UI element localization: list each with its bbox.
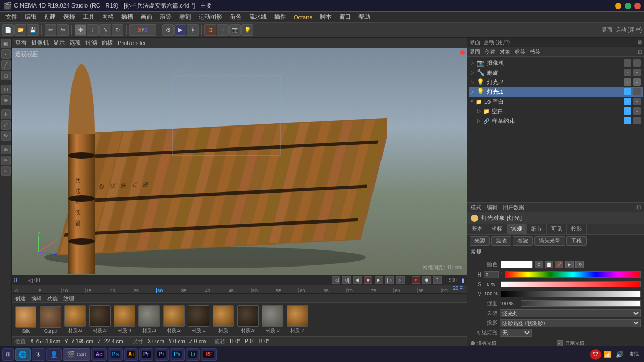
- menu-script[interactable]: 脚本: [317, 12, 335, 21]
- tree-vis-light2[interactable]: ·: [624, 78, 631, 86]
- material-item-base[interactable]: 材质: [211, 305, 235, 334]
- material-item-4[interactable]: 材质.4: [113, 305, 136, 334]
- render-settings[interactable]: ⚙: [162, 24, 174, 36]
- subtab-project[interactable]: 工程: [566, 236, 587, 246]
- menu-animate[interactable]: 画面: [137, 12, 156, 21]
- color-reset[interactable]: ⟲: [575, 261, 584, 268]
- tree-vis-lo-blank[interactable]: ·: [624, 98, 631, 105]
- axis-icon[interactable]: ⊕: [1, 95, 11, 105]
- vp-camera[interactable]: 摄像机: [31, 39, 49, 47]
- vp-filter[interactable]: 过滤: [85, 39, 97, 47]
- props-tab-coord[interactable]: 坐标: [487, 224, 507, 234]
- h-value-input[interactable]: [484, 271, 499, 278]
- selection-button[interactable]: ✚: [75, 24, 86, 36]
- save-button[interactable]: 💾: [27, 24, 39, 36]
- color-copy[interactable]: 📋: [545, 261, 553, 268]
- tree-item-blank[interactable]: ▷ 📁 空白 · ·: [469, 106, 643, 116]
- material-item-6[interactable]: 材质.6: [63, 305, 87, 334]
- menu-file[interactable]: 文件: [2, 12, 20, 21]
- cinema4d-taskbar[interactable]: 🎬 C4D: [63, 348, 90, 361]
- props-tab-userdata[interactable]: 用户数据: [503, 204, 524, 211]
- light-tool[interactable]: 💡: [241, 24, 253, 36]
- magnet-icon[interactable]: ⊛: [1, 145, 11, 154]
- color-swatch[interactable]: [501, 261, 533, 268]
- play-button[interactable]: ▶: [375, 276, 383, 284]
- camera-tool[interactable]: 📷: [229, 24, 241, 36]
- next-frame-button[interactable]: |▷: [385, 276, 394, 284]
- paint-icon[interactable]: ✏: [1, 156, 11, 165]
- rotate-button[interactable]: ↻: [112, 24, 123, 36]
- props-tab-general[interactable]: 常规: [507, 224, 527, 234]
- material-item-9[interactable]: 材质.9: [236, 305, 260, 334]
- h-slider[interactable]: [505, 271, 641, 278]
- snap-icon[interactable]: ⊡: [1, 85, 11, 94]
- tree-item-spline-constraint[interactable]: ▷ 🔗 样条约束 · ·: [469, 116, 643, 125]
- go-start-button[interactable]: |◁: [332, 276, 340, 284]
- props-tab-basic[interactable]: 基本: [467, 224, 487, 234]
- material-item-5[interactable]: 材质.5: [88, 305, 112, 334]
- sphere-primitive[interactable]: ○: [217, 24, 229, 36]
- lr-button[interactable]: Lr: [186, 348, 200, 361]
- tree-lock-spline[interactable]: ·: [633, 117, 641, 124]
- ps2-button[interactable]: Ps: [170, 348, 185, 361]
- color-paste[interactable]: 📌: [555, 261, 564, 268]
- menu-slots[interactable]: 插槽: [118, 12, 136, 21]
- props-tab-shadow[interactable]: 投影: [567, 224, 587, 234]
- point-mode-icon[interactable]: ·: [1, 49, 11, 59]
- vp-panel[interactable]: 面板: [101, 39, 113, 47]
- tree-lock-blank[interactable]: ·: [633, 107, 641, 115]
- material-item-8[interactable]: 材质.8: [261, 305, 284, 334]
- pr-button-1[interactable]: Pr: [139, 348, 153, 361]
- start-button[interactable]: ⊞: [2, 348, 14, 361]
- maximize-button[interactable]: [625, 3, 631, 9]
- sun-button[interactable]: ☀: [32, 348, 45, 361]
- cube-primitive[interactable]: □: [204, 24, 216, 36]
- sb-menu-interface[interactable]: 界面: [470, 48, 480, 56]
- minimize-button[interactable]: [615, 3, 621, 9]
- timeline-ruler[interactable]: 0 5 10 15 20 25 30 35 40 45 50 55 60 65: [12, 285, 467, 294]
- show-light-cb[interactable]: ✓: [557, 340, 563, 346]
- menu-create[interactable]: 创建: [41, 12, 59, 21]
- play-reverse-button[interactable]: ◀: [353, 276, 362, 284]
- sculpt-icon[interactable]: ≈: [1, 166, 11, 176]
- props-panel-icon[interactable]: ⊡: [636, 204, 641, 210]
- render-all[interactable]: ⟫: [187, 24, 199, 36]
- menu-window[interactable]: 窗口: [336, 12, 354, 21]
- undo-button[interactable]: ↩: [45, 24, 56, 36]
- network-icon-tray[interactable]: 📶: [602, 349, 613, 360]
- tree-vis-blank[interactable]: ·: [624, 107, 631, 115]
- menu-plugins[interactable]: 插件: [271, 12, 289, 21]
- scene-panel-icon[interactable]: ⊡: [638, 49, 642, 55]
- tree-lock-light1[interactable]: ·: [633, 88, 641, 95]
- menu-mesh[interactable]: 网格: [99, 12, 117, 21]
- menu-character[interactable]: 角色: [226, 12, 245, 21]
- stop-button[interactable]: ■: [364, 276, 372, 284]
- material-item-silk[interactable]: Silk: [14, 306, 38, 334]
- visible-light-select[interactable]: 无: [500, 329, 532, 337]
- color-eyedropper[interactable]: ⊙: [535, 261, 543, 268]
- ai-button[interactable]: Ai: [124, 348, 138, 361]
- close-button[interactable]: [634, 3, 641, 9]
- ie-button[interactable]: 🌐: [15, 348, 31, 361]
- tree-item-lo-blank[interactable]: ▾ 📁 Lo 空白 · ·: [469, 97, 643, 106]
- polygon-mode-icon[interactable]: ◻: [1, 71, 11, 80]
- menu-edit[interactable]: 编辑: [21, 12, 40, 21]
- timeline-options-button[interactable]: ?: [433, 276, 442, 284]
- move-button[interactable]: ↕: [87, 24, 99, 36]
- redo-button[interactable]: ↪: [57, 24, 69, 36]
- menu-tools[interactable]: 工具: [79, 12, 98, 21]
- tree-lock-camera[interactable]: ·: [633, 59, 641, 67]
- tree-lock-light2[interactable]: ·: [633, 78, 641, 86]
- tree-lock-lo-blank[interactable]: ·: [633, 98, 641, 105]
- material-item-1[interactable]: 材质.1: [187, 305, 210, 334]
- v-slider[interactable]: [501, 291, 641, 297]
- scale-button[interactable]: ⤡: [99, 24, 111, 36]
- subtab-wavelet[interactable]: 着波: [513, 236, 533, 246]
- menu-mograph[interactable]: 运动图形: [195, 12, 225, 21]
- go-end-button[interactable]: ▷|: [396, 276, 405, 284]
- menu-sculpt[interactable]: 雕刻: [176, 12, 194, 21]
- sb-menu-create[interactable]: 创建: [485, 48, 495, 56]
- subtab-lens-flare[interactable]: 镜头光晕: [534, 236, 565, 246]
- sb-menu-tag[interactable]: 标签: [515, 48, 525, 56]
- subtab-light-source[interactable]: 光源: [470, 236, 490, 246]
